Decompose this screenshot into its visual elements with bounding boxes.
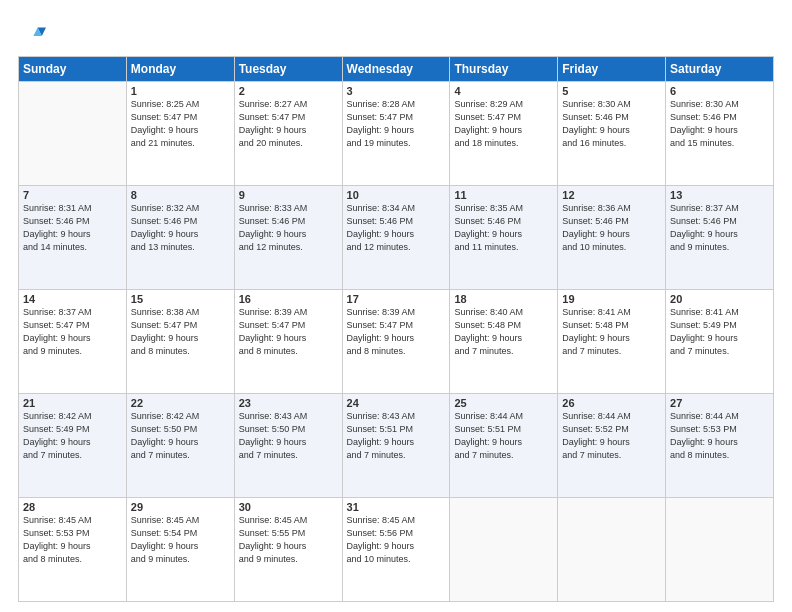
calendar-cell: 1Sunrise: 8:25 AM Sunset: 5:47 PM Daylig… <box>126 82 234 186</box>
calendar-cell: 25Sunrise: 8:44 AM Sunset: 5:51 PM Dayli… <box>450 394 558 498</box>
day-number: 3 <box>347 85 446 97</box>
calendar-cell: 8Sunrise: 8:32 AM Sunset: 5:46 PM Daylig… <box>126 186 234 290</box>
calendar-cell <box>666 498 774 602</box>
day-info: Sunrise: 8:45 AM Sunset: 5:53 PM Dayligh… <box>23 514 122 566</box>
day-number: 9 <box>239 189 338 201</box>
calendar-week-row: 7Sunrise: 8:31 AM Sunset: 5:46 PM Daylig… <box>19 186 774 290</box>
day-info: Sunrise: 8:44 AM Sunset: 5:51 PM Dayligh… <box>454 410 553 462</box>
day-number: 27 <box>670 397 769 409</box>
weekday-header: Monday <box>126 57 234 82</box>
calendar-cell: 26Sunrise: 8:44 AM Sunset: 5:52 PM Dayli… <box>558 394 666 498</box>
day-info: Sunrise: 8:45 AM Sunset: 5:56 PM Dayligh… <box>347 514 446 566</box>
calendar-week-row: 1Sunrise: 8:25 AM Sunset: 5:47 PM Daylig… <box>19 82 774 186</box>
day-number: 12 <box>562 189 661 201</box>
day-number: 20 <box>670 293 769 305</box>
page: SundayMondayTuesdayWednesdayThursdayFrid… <box>0 0 792 612</box>
day-info: Sunrise: 8:43 AM Sunset: 5:50 PM Dayligh… <box>239 410 338 462</box>
day-info: Sunrise: 8:36 AM Sunset: 5:46 PM Dayligh… <box>562 202 661 254</box>
day-info: Sunrise: 8:42 AM Sunset: 5:49 PM Dayligh… <box>23 410 122 462</box>
day-info: Sunrise: 8:34 AM Sunset: 5:46 PM Dayligh… <box>347 202 446 254</box>
day-info: Sunrise: 8:44 AM Sunset: 5:52 PM Dayligh… <box>562 410 661 462</box>
day-info: Sunrise: 8:41 AM Sunset: 5:49 PM Dayligh… <box>670 306 769 358</box>
calendar-cell: 16Sunrise: 8:39 AM Sunset: 5:47 PM Dayli… <box>234 290 342 394</box>
day-number: 24 <box>347 397 446 409</box>
calendar-cell: 3Sunrise: 8:28 AM Sunset: 5:47 PM Daylig… <box>342 82 450 186</box>
day-info: Sunrise: 8:30 AM Sunset: 5:46 PM Dayligh… <box>670 98 769 150</box>
day-info: Sunrise: 8:35 AM Sunset: 5:46 PM Dayligh… <box>454 202 553 254</box>
calendar-cell: 28Sunrise: 8:45 AM Sunset: 5:53 PM Dayli… <box>19 498 127 602</box>
day-number: 31 <box>347 501 446 513</box>
day-info: Sunrise: 8:40 AM Sunset: 5:48 PM Dayligh… <box>454 306 553 358</box>
calendar-cell: 17Sunrise: 8:39 AM Sunset: 5:47 PM Dayli… <box>342 290 450 394</box>
weekday-header: Saturday <box>666 57 774 82</box>
day-number: 16 <box>239 293 338 305</box>
calendar-cell: 9Sunrise: 8:33 AM Sunset: 5:46 PM Daylig… <box>234 186 342 290</box>
day-info: Sunrise: 8:45 AM Sunset: 5:54 PM Dayligh… <box>131 514 230 566</box>
calendar-cell <box>19 82 127 186</box>
calendar-cell: 21Sunrise: 8:42 AM Sunset: 5:49 PM Dayli… <box>19 394 127 498</box>
calendar-cell: 27Sunrise: 8:44 AM Sunset: 5:53 PM Dayli… <box>666 394 774 498</box>
calendar-cell: 14Sunrise: 8:37 AM Sunset: 5:47 PM Dayli… <box>19 290 127 394</box>
day-number: 5 <box>562 85 661 97</box>
calendar-cell: 5Sunrise: 8:30 AM Sunset: 5:46 PM Daylig… <box>558 82 666 186</box>
day-info: Sunrise: 8:45 AM Sunset: 5:55 PM Dayligh… <box>239 514 338 566</box>
day-info: Sunrise: 8:31 AM Sunset: 5:46 PM Dayligh… <box>23 202 122 254</box>
day-info: Sunrise: 8:43 AM Sunset: 5:51 PM Dayligh… <box>347 410 446 462</box>
calendar-cell: 30Sunrise: 8:45 AM Sunset: 5:55 PM Dayli… <box>234 498 342 602</box>
calendar-cell: 12Sunrise: 8:36 AM Sunset: 5:46 PM Dayli… <box>558 186 666 290</box>
day-number: 14 <box>23 293 122 305</box>
calendar-cell: 19Sunrise: 8:41 AM Sunset: 5:48 PM Dayli… <box>558 290 666 394</box>
calendar-cell: 2Sunrise: 8:27 AM Sunset: 5:47 PM Daylig… <box>234 82 342 186</box>
day-number: 19 <box>562 293 661 305</box>
day-number: 25 <box>454 397 553 409</box>
weekday-header: Thursday <box>450 57 558 82</box>
day-number: 30 <box>239 501 338 513</box>
day-number: 23 <box>239 397 338 409</box>
day-number: 1 <box>131 85 230 97</box>
calendar-table: SundayMondayTuesdayWednesdayThursdayFrid… <box>18 56 774 602</box>
day-number: 29 <box>131 501 230 513</box>
day-number: 11 <box>454 189 553 201</box>
calendar-cell: 15Sunrise: 8:38 AM Sunset: 5:47 PM Dayli… <box>126 290 234 394</box>
day-number: 21 <box>23 397 122 409</box>
day-info: Sunrise: 8:38 AM Sunset: 5:47 PM Dayligh… <box>131 306 230 358</box>
day-number: 15 <box>131 293 230 305</box>
calendar-cell: 6Sunrise: 8:30 AM Sunset: 5:46 PM Daylig… <box>666 82 774 186</box>
day-info: Sunrise: 8:30 AM Sunset: 5:46 PM Dayligh… <box>562 98 661 150</box>
day-info: Sunrise: 8:39 AM Sunset: 5:47 PM Dayligh… <box>347 306 446 358</box>
weekday-header: Wednesday <box>342 57 450 82</box>
day-info: Sunrise: 8:25 AM Sunset: 5:47 PM Dayligh… <box>131 98 230 150</box>
calendar-cell: 31Sunrise: 8:45 AM Sunset: 5:56 PM Dayli… <box>342 498 450 602</box>
calendar-week-row: 14Sunrise: 8:37 AM Sunset: 5:47 PM Dayli… <box>19 290 774 394</box>
day-number: 26 <box>562 397 661 409</box>
day-info: Sunrise: 8:37 AM Sunset: 5:47 PM Dayligh… <box>23 306 122 358</box>
calendar-cell: 29Sunrise: 8:45 AM Sunset: 5:54 PM Dayli… <box>126 498 234 602</box>
day-number: 10 <box>347 189 446 201</box>
calendar-cell: 22Sunrise: 8:42 AM Sunset: 5:50 PM Dayli… <box>126 394 234 498</box>
day-number: 4 <box>454 85 553 97</box>
calendar-cell <box>558 498 666 602</box>
calendar-cell: 24Sunrise: 8:43 AM Sunset: 5:51 PM Dayli… <box>342 394 450 498</box>
day-info: Sunrise: 8:27 AM Sunset: 5:47 PM Dayligh… <box>239 98 338 150</box>
day-number: 7 <box>23 189 122 201</box>
day-number: 13 <box>670 189 769 201</box>
logo <box>18 22 50 50</box>
calendar-cell <box>450 498 558 602</box>
day-number: 2 <box>239 85 338 97</box>
day-number: 6 <box>670 85 769 97</box>
weekday-header: Friday <box>558 57 666 82</box>
calendar-cell: 7Sunrise: 8:31 AM Sunset: 5:46 PM Daylig… <box>19 186 127 290</box>
day-number: 22 <box>131 397 230 409</box>
day-info: Sunrise: 8:29 AM Sunset: 5:47 PM Dayligh… <box>454 98 553 150</box>
day-info: Sunrise: 8:44 AM Sunset: 5:53 PM Dayligh… <box>670 410 769 462</box>
calendar-cell: 13Sunrise: 8:37 AM Sunset: 5:46 PM Dayli… <box>666 186 774 290</box>
calendar-cell: 20Sunrise: 8:41 AM Sunset: 5:49 PM Dayli… <box>666 290 774 394</box>
day-info: Sunrise: 8:33 AM Sunset: 5:46 PM Dayligh… <box>239 202 338 254</box>
day-info: Sunrise: 8:28 AM Sunset: 5:47 PM Dayligh… <box>347 98 446 150</box>
day-number: 8 <box>131 189 230 201</box>
weekday-header: Tuesday <box>234 57 342 82</box>
calendar-cell: 18Sunrise: 8:40 AM Sunset: 5:48 PM Dayli… <box>450 290 558 394</box>
day-number: 17 <box>347 293 446 305</box>
day-number: 18 <box>454 293 553 305</box>
day-number: 28 <box>23 501 122 513</box>
